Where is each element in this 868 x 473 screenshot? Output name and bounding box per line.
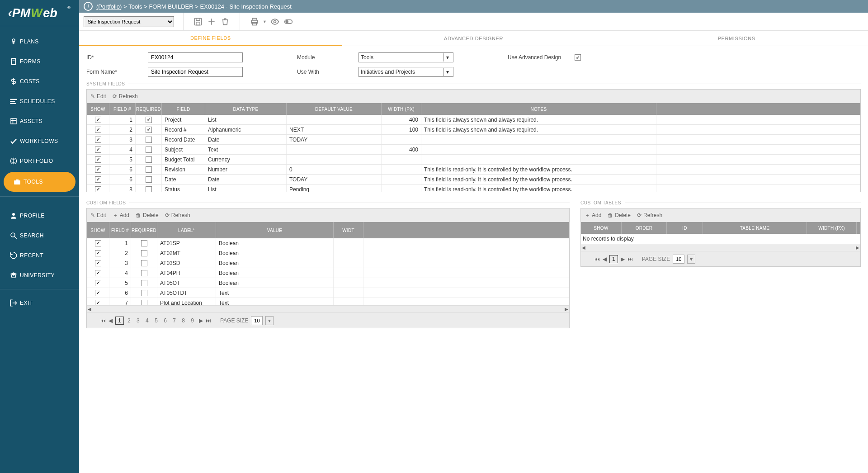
system-refresh-button[interactable]: ⟳Refresh: [113, 93, 138, 99]
pager-last-icon[interactable]: ⏭: [206, 317, 211, 324]
col-header[interactable]: ORDER: [622, 222, 667, 234]
required-checkbox[interactable]: [146, 137, 152, 143]
custom-delete-button[interactable]: 🗑Delete: [136, 212, 159, 218]
breadcrumb-portfolio[interactable]: (Portfolio): [96, 3, 122, 10]
show-checkbox[interactable]: [95, 147, 101, 153]
tab-define-fields[interactable]: DEFINE FIELDS: [79, 31, 342, 46]
chevron-down-icon[interactable]: ▾: [687, 255, 695, 264]
scroll-right-icon[interactable]: ▶: [565, 307, 568, 312]
col-header[interactable]: SHOW: [87, 103, 109, 115]
col-header[interactable]: NOTES: [421, 103, 656, 115]
add-button[interactable]: [206, 16, 217, 27]
required-checkbox[interactable]: [146, 186, 152, 192]
required-checkbox[interactable]: [146, 176, 152, 183]
pager-page[interactable]: 3: [134, 317, 142, 324]
show-checkbox[interactable]: [95, 137, 101, 143]
tables-refresh-button[interactable]: ⟳Refresh: [637, 212, 662, 218]
pager-page[interactable]: 8: [179, 317, 187, 324]
col-header[interactable]: WIDTH (PX): [382, 103, 421, 115]
show-checkbox[interactable]: [95, 270, 101, 276]
scroll-left-icon[interactable]: ◀: [88, 307, 91, 312]
col-header[interactable]: SHOW: [581, 222, 622, 234]
custom-add-button[interactable]: ＋Add: [113, 212, 129, 219]
show-checkbox[interactable]: [95, 156, 101, 163]
required-checkbox[interactable]: [146, 156, 152, 163]
nav-exit[interactable]: EXIT: [0, 293, 79, 313]
required-checkbox[interactable]: [141, 270, 147, 276]
select-usewith[interactable]: Initiatives and Projects ▾: [359, 67, 453, 77]
required-checkbox[interactable]: [141, 240, 147, 246]
tab-permissions[interactable]: PERMISSIONS: [605, 31, 868, 46]
pager-first-icon[interactable]: ⏮: [594, 256, 600, 262]
tab-advanced-designer[interactable]: ADVANCED DESIGNER: [342, 31, 605, 46]
required-checkbox[interactable]: [141, 250, 147, 256]
pager-next-icon[interactable]: ▶: [199, 317, 203, 324]
pager-page[interactable]: 9: [189, 317, 196, 324]
nav-workflows[interactable]: WORKFLOWS: [0, 131, 79, 151]
show-checkbox[interactable]: [95, 300, 101, 306]
scroll-right-icon[interactable]: ▶: [856, 245, 859, 250]
pager-last-icon[interactable]: ⏭: [627, 256, 633, 262]
pager-page[interactable]: 4: [143, 317, 151, 324]
col-header[interactable]: FIELD: [162, 103, 205, 115]
show-checkbox[interactable]: [95, 250, 101, 256]
pager-page[interactable]: 6: [161, 317, 169, 324]
nav-search[interactable]: SEARCH: [0, 226, 79, 246]
nav-schedules[interactable]: SCHEDULES: [0, 91, 79, 111]
show-checkbox[interactable]: [95, 280, 101, 286]
nav-assets[interactable]: ASSETS: [0, 111, 79, 131]
nav-university[interactable]: UNIVERSITY: [0, 265, 79, 285]
show-checkbox[interactable]: [95, 166, 101, 173]
show-checkbox[interactable]: [95, 176, 101, 183]
col-header[interactable]: DEFAULT VALUE: [287, 103, 382, 115]
required-checkbox[interactable]: [146, 166, 152, 173]
required-checkbox[interactable]: [141, 290, 147, 296]
pager-page[interactable]: 1: [609, 255, 618, 263]
required-checkbox[interactable]: [141, 260, 147, 266]
pager-prev-icon[interactable]: ◀: [108, 317, 113, 324]
scroll-left-icon[interactable]: ◀: [582, 245, 585, 250]
delete-button[interactable]: [220, 16, 231, 27]
pager-first-icon[interactable]: ⏮: [100, 317, 106, 324]
nav-tools[interactable]: TOOLS: [4, 172, 75, 192]
custom-edit-button[interactable]: ✎Edit: [90, 212, 106, 218]
nav-recent[interactable]: RECENT: [0, 246, 79, 265]
toggle-button[interactable]: [283, 16, 294, 27]
show-checkbox[interactable]: [95, 186, 101, 192]
custom-refresh-button[interactable]: ⟳Refresh: [165, 212, 190, 218]
col-header[interactable]: VALUE: [216, 222, 334, 238]
col-header[interactable]: REQUIRED: [131, 222, 157, 238]
pager-page[interactable]: 5: [152, 317, 160, 324]
pager-page[interactable]: 1: [115, 317, 124, 325]
nav-forms[interactable]: FORMS: [0, 52, 79, 71]
checkbox-advanced[interactable]: [575, 54, 581, 61]
pager-prev-icon[interactable]: ◀: [603, 256, 607, 262]
required-checkbox[interactable]: [141, 300, 147, 306]
col-header[interactable]: WIDTH (PX): [807, 222, 857, 234]
tables-delete-button[interactable]: 🗑Delete: [608, 212, 631, 218]
save-button[interactable]: [193, 16, 203, 27]
show-checkbox[interactable]: [95, 260, 101, 266]
nav-profile[interactable]: PROFILE: [0, 206, 79, 226]
col-header[interactable]: WIDT: [334, 222, 363, 238]
required-checkbox[interactable]: [146, 147, 152, 153]
pagesize-input[interactable]: [673, 255, 684, 264]
pager-page[interactable]: 7: [170, 317, 178, 324]
show-checkbox[interactable]: [95, 290, 101, 296]
pager-next-icon[interactable]: ▶: [621, 256, 625, 262]
col-header[interactable]: LABEL*: [157, 222, 216, 238]
col-header[interactable]: DATA TYPE: [205, 103, 287, 115]
input-formname[interactable]: [148, 67, 243, 77]
show-checkbox[interactable]: [95, 127, 101, 133]
input-id[interactable]: [148, 52, 243, 62]
col-header[interactable]: FIELD #: [109, 222, 131, 238]
nav-portfolio[interactable]: PORTFOLIO: [0, 151, 79, 171]
print-dropdown-caret[interactable]: ▼: [263, 19, 267, 24]
required-checkbox[interactable]: [146, 127, 152, 133]
col-header[interactable]: FIELD #: [109, 103, 136, 115]
tables-add-button[interactable]: ＋Add: [585, 212, 601, 219]
nav-costs[interactable]: COSTS: [0, 71, 79, 91]
chevron-down-icon[interactable]: ▾: [265, 316, 274, 325]
col-header[interactable]: SHOW: [87, 222, 109, 238]
pagesize-input[interactable]: [251, 316, 263, 325]
